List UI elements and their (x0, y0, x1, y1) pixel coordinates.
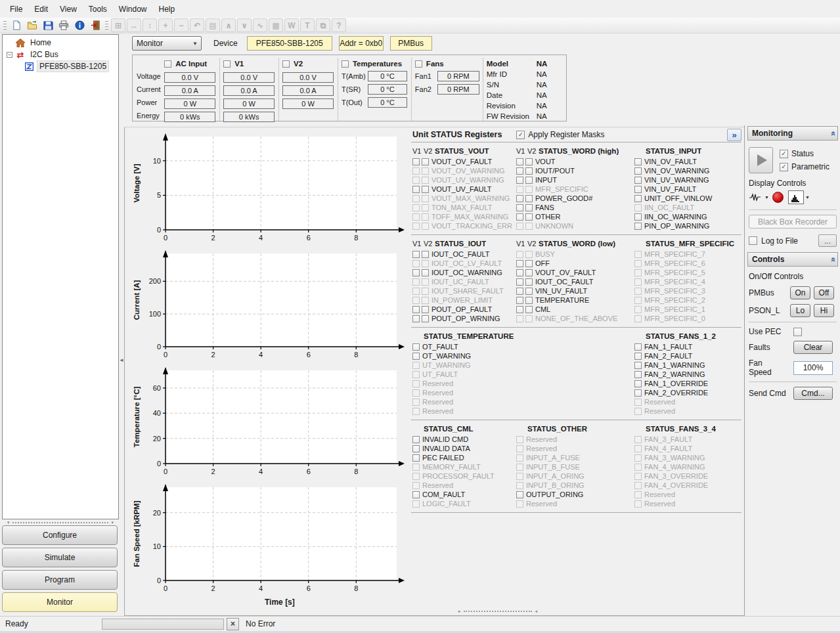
status-checkbox[interactable] (634, 343, 642, 351)
status-monitor-checkbox[interactable] (780, 150, 788, 158)
waveform-icon[interactable] (749, 193, 763, 202)
program-nav-button[interactable]: Program (2, 570, 118, 590)
tree-collapse-icon[interactable]: − (7, 52, 12, 58)
status-checkbox[interactable] (634, 186, 642, 193)
status-checkbox[interactable] (516, 213, 523, 221)
record-button[interactable] (772, 192, 784, 203)
status-checkbox[interactable] (516, 260, 523, 267)
tree-item-i2c-bus[interactable]: −⇄I2C Bus (4, 49, 117, 60)
menu-view[interactable]: View (54, 2, 83, 16)
status-checkbox[interactable] (412, 186, 420, 193)
toolbar-grip[interactable] (105, 20, 108, 31)
status-checkbox[interactable] (422, 158, 429, 165)
sidebar-splitter[interactable]: ▾ ▾ (2, 519, 119, 525)
toolbar-grip[interactable] (3, 20, 7, 31)
chevron-down-icon[interactable]: ▼ (764, 195, 769, 200)
status-checkbox[interactable] (412, 315, 420, 322)
use-pec-checkbox[interactable] (793, 328, 802, 336)
status-checkbox[interactable] (525, 260, 533, 267)
status-checkbox[interactable] (634, 213, 642, 221)
status-checkbox[interactable] (412, 454, 420, 462)
save-button[interactable] (41, 18, 55, 32)
new-file-button[interactable] (9, 18, 24, 32)
status-checkbox[interactable] (516, 297, 523, 304)
status-checkbox[interactable] (412, 491, 420, 498)
clear-error-button[interactable]: × (227, 618, 239, 630)
pmbus-off-button[interactable]: Off (814, 286, 834, 299)
status-checkbox[interactable] (634, 389, 642, 397)
status-checkbox[interactable] (634, 380, 642, 387)
status-checkbox[interactable] (525, 278, 533, 286)
status-checkbox[interactable] (412, 251, 420, 258)
status-checkbox[interactable] (525, 297, 533, 304)
start-monitoring-button[interactable] (749, 147, 773, 173)
status-checkbox[interactable] (412, 445, 420, 452)
status-checkbox[interactable] (516, 269, 523, 276)
status-checkbox[interactable] (412, 436, 420, 443)
simulate-nav-button[interactable]: Simulate (2, 548, 118, 567)
tree-item-pfe850-sbb-1205[interactable]: PFE850-SBB-1205 (4, 60, 117, 72)
configure-nav-button[interactable]: Configure (2, 525, 118, 545)
status-checkbox[interactable] (516, 158, 523, 165)
pmbus-button[interactable]: PMBus (390, 36, 432, 51)
clear-faults-button[interactable]: Clear (793, 341, 833, 354)
monitoring-header[interactable]: Monitoring » (747, 126, 838, 141)
pson-lo-button[interactable]: Lo (790, 304, 810, 317)
status-checkbox[interactable] (516, 491, 523, 498)
print-button[interactable] (56, 18, 71, 32)
menu-tools[interactable]: Tools (83, 2, 113, 16)
status-checkbox[interactable] (422, 269, 429, 276)
status-checkbox[interactable] (634, 158, 642, 165)
status-checkbox[interactable] (525, 158, 533, 165)
status-checkbox[interactable] (422, 306, 429, 313)
controls-header[interactable]: Controls » (747, 252, 838, 267)
status-checkbox[interactable] (516, 177, 523, 184)
measure-column-checkbox[interactable] (342, 60, 349, 68)
pson-hi-button[interactable]: Hi (814, 304, 834, 317)
status-checkbox[interactable] (634, 177, 642, 184)
monitor-nav-button[interactable]: Monitor (2, 592, 118, 612)
status-checkbox[interactable] (422, 251, 429, 258)
collapse-chevron-icon[interactable]: » (828, 131, 837, 135)
menu-help[interactable]: Help (153, 2, 181, 16)
status-checkbox[interactable] (525, 306, 533, 313)
horizontal-splitter[interactable]: ▸ ◂ (458, 609, 537, 614)
status-checkbox[interactable] (516, 167, 523, 175)
apply-register-masks-checkbox[interactable] (516, 131, 525, 139)
mode-combobox[interactable]: Monitor ▼ (132, 36, 202, 51)
status-checkbox[interactable] (634, 195, 642, 202)
menu-window[interactable]: Window (113, 2, 153, 16)
status-checkbox[interactable] (634, 167, 642, 175)
status-checkbox[interactable] (525, 195, 533, 202)
status-checkbox[interactable] (525, 269, 533, 276)
histogram-display-button[interactable] (788, 190, 804, 204)
status-checkbox[interactable] (634, 223, 642, 230)
status-checkbox[interactable] (516, 195, 523, 202)
tree-item-home[interactable]: Home (4, 37, 117, 49)
log-to-file-checkbox[interactable] (749, 236, 757, 245)
measure-column-checkbox[interactable] (282, 60, 290, 68)
menu-edit[interactable]: Edit (28, 2, 54, 16)
status-checkbox[interactable] (525, 167, 533, 175)
browse-button[interactable]: ... (818, 234, 837, 247)
chevron-down-icon[interactable]: ▼ (805, 195, 810, 200)
status-checkbox[interactable] (412, 269, 420, 276)
measure-column-checkbox[interactable] (415, 60, 422, 68)
measure-column-checkbox[interactable] (164, 60, 171, 68)
status-checkbox[interactable] (516, 204, 523, 211)
status-checkbox[interactable] (525, 213, 533, 221)
parametric-monitor-checkbox[interactable] (780, 163, 788, 171)
collapse-chevron-icon[interactable]: » (828, 257, 837, 261)
fan-speed-input[interactable]: 100% (793, 361, 833, 375)
sidebar-resize-splitter[interactable]: ◄ (119, 33, 124, 616)
open-file-button[interactable] (25, 18, 39, 32)
status-checkbox[interactable] (525, 204, 533, 211)
status-checkbox[interactable] (516, 278, 523, 286)
status-checkbox[interactable] (412, 306, 420, 313)
pmbus-on-button[interactable]: On (790, 286, 810, 299)
status-checkbox[interactable] (634, 362, 642, 369)
status-checkbox[interactable] (634, 371, 642, 378)
status-checkbox[interactable] (422, 186, 429, 193)
status-checkbox[interactable] (516, 288, 523, 295)
status-checkbox[interactable] (634, 353, 642, 360)
